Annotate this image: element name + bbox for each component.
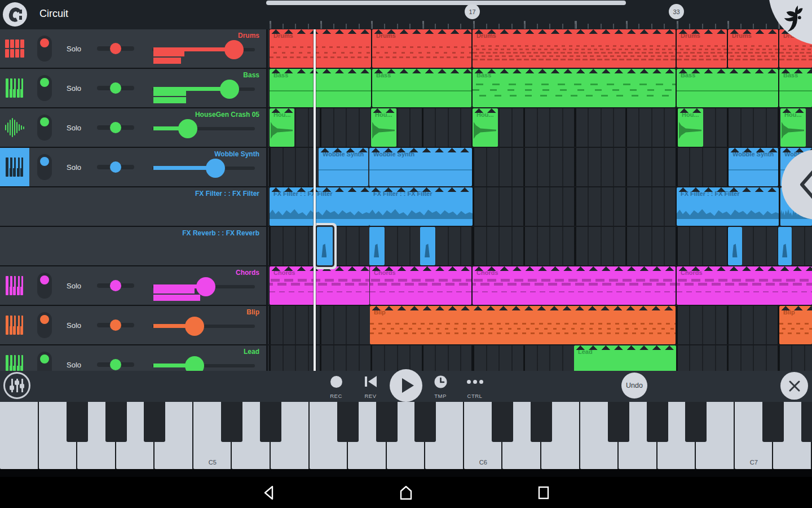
clip-wobble-synth[interactable]: Wobble Synth <box>369 148 472 186</box>
mute-toggle[interactable] <box>37 36 52 62</box>
clip-fx-reverb[interactable] <box>778 227 792 265</box>
collapse-panel-button[interactable] <box>782 150 812 220</box>
play-button[interactable] <box>390 369 422 402</box>
pan-slider[interactable] <box>97 86 134 90</box>
black-key[interactable] <box>801 402 812 442</box>
clip-drums[interactable]: Drums <box>473 29 676 68</box>
black-key[interactable] <box>414 402 436 442</box>
clip-bass[interactable]: Bass <box>473 69 676 107</box>
instrument-icon-cell[interactable] <box>0 69 29 107</box>
solo-button[interactable]: Solo <box>67 45 81 53</box>
playlist-row[interactable] <box>268 345 812 371</box>
clip-housegen-crash[interactable]: Hou... <box>371 108 396 147</box>
pan-slider[interactable] <box>97 323 134 327</box>
pan-slider[interactable] <box>97 46 134 51</box>
volume-knob[interactable] <box>224 40 244 59</box>
clip-bass[interactable]: Bass <box>372 69 471 107</box>
volume-knob[interactable] <box>196 277 215 296</box>
clip-fx-reverb[interactable] <box>728 227 742 265</box>
track-header-blip[interactable]: SoloBlip <box>0 306 266 344</box>
pan-slider[interactable] <box>97 165 134 169</box>
black-key[interactable] <box>762 402 784 442</box>
track-header-fx-filter[interactable]: FX Filter : : FX Filter <box>0 187 266 226</box>
clip-chords[interactable]: Chords <box>677 266 812 305</box>
track-header-wobble-synth[interactable]: SoloWobble Synth <box>0 148 266 186</box>
clip-drums[interactable]: Drums <box>728 29 778 68</box>
mute-toggle[interactable] <box>37 154 52 180</box>
clip-housegen-crash[interactable]: Hou... <box>780 108 806 147</box>
pan-slider[interactable] <box>97 283 134 288</box>
volume-slider[interactable] <box>152 306 255 344</box>
track-header-fx-reverb[interactable]: FX Reverb : : FX Reverb <box>0 227 266 265</box>
instrument-icon-cell[interactable] <box>0 148 29 186</box>
mute-toggle[interactable] <box>37 352 52 371</box>
track-header-housegen-crash[interactable]: SoloHouseGen Crash 05 <box>0 108 266 147</box>
clip-drums[interactable]: Drums <box>372 29 471 68</box>
clip-lead[interactable]: Lead <box>574 345 676 371</box>
close-button[interactable] <box>780 372 808 400</box>
track-header-lead[interactable]: SoloLead <box>0 345 266 371</box>
solo-button[interactable]: Solo <box>67 84 81 93</box>
volume-slider[interactable] <box>152 69 255 107</box>
black-key[interactable] <box>685 402 707 442</box>
black-key[interactable] <box>608 402 629 442</box>
instrument-icon-cell[interactable] <box>0 306 29 344</box>
volume-knob[interactable] <box>220 80 239 99</box>
black-key[interactable] <box>144 402 165 442</box>
instrument-icon-cell[interactable] <box>0 108 29 147</box>
white-key[interactable] <box>0 402 39 469</box>
black-key[interactable] <box>221 402 242 442</box>
mute-toggle[interactable] <box>37 75 52 101</box>
clip-wobble-synth[interactable]: Wobble Synth <box>319 148 368 186</box>
pan-slider[interactable] <box>97 125 134 130</box>
volume-knob[interactable] <box>185 356 204 371</box>
mute-toggle[interactable] <box>37 312 52 338</box>
bar-marker[interactable]: 33 <box>669 4 684 19</box>
track-header-drums[interactable]: SoloDrums <box>0 29 266 68</box>
clip-housegen-crash[interactable]: Hou... <box>270 108 294 147</box>
horizontal-scrollbar[interactable] <box>266 1 626 5</box>
black-key[interactable] <box>647 402 668 442</box>
volume-knob[interactable] <box>206 159 225 178</box>
black-key[interactable] <box>260 402 281 442</box>
clip-bass[interactable]: Bass <box>779 69 812 107</box>
clip-bass[interactable]: Bass <box>677 69 778 107</box>
clip-blip[interactable]: Blip <box>779 306 812 344</box>
piano-keyboard[interactable]: C5C6C7 <box>0 402 812 469</box>
clip-fx-filter[interactable]: FX Filter : : FX Filter <box>677 187 779 226</box>
pan-slider[interactable] <box>97 362 134 367</box>
clip-drums[interactable]: Drums <box>677 29 727 68</box>
volume-knob[interactable] <box>178 119 197 138</box>
clip-chords[interactable]: Chords <box>270 266 369 305</box>
track-header-bass[interactable]: SoloBass <box>0 69 266 107</box>
clip-fx-reverb[interactable] <box>420 227 435 265</box>
clip-housegen-crash[interactable]: Hou... <box>473 108 498 147</box>
clip-fx-reverb[interactable] <box>317 227 333 265</box>
track-header-chords[interactable]: SoloChords <box>0 266 266 305</box>
solo-button[interactable]: Solo <box>67 361 81 369</box>
black-key[interactable] <box>492 402 513 442</box>
clip-chords[interactable]: Chords <box>473 266 676 305</box>
clip-housegen-crash[interactable]: Hou... <box>678 108 703 147</box>
solo-button[interactable]: Solo <box>67 282 81 290</box>
recents-icon[interactable] <box>536 485 551 501</box>
solo-button[interactable]: Solo <box>67 163 81 172</box>
mute-toggle[interactable] <box>37 115 52 141</box>
mute-toggle[interactable] <box>37 273 52 299</box>
playlist-grid[interactable]: DrumsDrumsDrumsDrumsDrumsDrumsBassBassBa… <box>268 29 812 371</box>
volume-slider[interactable] <box>152 345 255 371</box>
mixer-button[interactable] <box>3 372 30 399</box>
instrument-icon-cell[interactable] <box>0 266 29 305</box>
black-key[interactable] <box>376 402 398 442</box>
black-key[interactable] <box>105 402 127 442</box>
instrument-icon-cell[interactable] <box>0 345 29 371</box>
bar-marker[interactable]: 17 <box>465 4 480 19</box>
clip-fx-reverb[interactable] <box>369 227 385 265</box>
clip-wobble-synth[interactable]: Wobble Synth <box>729 148 778 186</box>
back-icon[interactable] <box>261 485 277 501</box>
instrument-icon-cell[interactable] <box>0 29 29 68</box>
clip-fx-filter[interactable]: FX Filter : : FX Filter <box>369 187 473 226</box>
playhead[interactable] <box>314 29 316 371</box>
home-icon[interactable] <box>398 485 414 501</box>
solo-button[interactable]: Solo <box>67 321 81 330</box>
